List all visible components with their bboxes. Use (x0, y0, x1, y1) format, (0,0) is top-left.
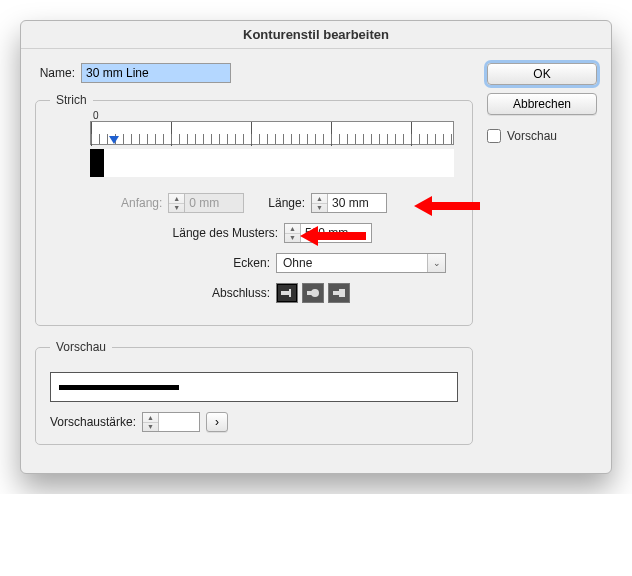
ecken-label: Ecken: (130, 256, 270, 270)
ok-button[interactable]: OK (487, 63, 597, 85)
ecken-select[interactable]: Ohne ⌄ (276, 253, 446, 273)
svg-rect-1 (289, 289, 291, 297)
dialog-title: Konturenstil bearbeiten (21, 21, 611, 49)
anfang-stepper: ▲▼ 0 mm (168, 193, 244, 213)
cap-butt-button[interactable] (276, 283, 298, 303)
stepper-icon[interactable]: ▲▼ (312, 194, 328, 212)
vorschau-fieldset: Vorschau Vorschaustärke: ▲▼ › (35, 340, 473, 445)
chevron-down-icon[interactable]: ⌄ (427, 254, 445, 272)
preview-box (50, 372, 458, 402)
abschluss-label: Abschluss: (130, 286, 270, 300)
vorschaustaerke-next-button[interactable]: › (206, 412, 228, 432)
stepper-icon[interactable]: ▲▼ (143, 413, 159, 431)
strich-legend: Strich (50, 93, 93, 107)
preview-dash (59, 385, 179, 390)
svg-rect-0 (281, 291, 289, 295)
cancel-button[interactable]: Abbrechen (487, 93, 597, 115)
dash-editor[interactable]: 0 (50, 121, 458, 181)
vorschaustaerke-stepper[interactable]: ▲▼ (142, 412, 200, 432)
ecken-value: Ohne (277, 254, 427, 272)
cap-round-button[interactable] (302, 283, 324, 303)
laenge-value[interactable]: 30 mm (328, 194, 386, 212)
vorschaustaerke-value[interactable] (159, 413, 199, 431)
anfang-label: Anfang: (121, 196, 162, 210)
ruler-zero-label: 0 (93, 110, 99, 121)
vorschau-checkbox-input[interactable] (487, 129, 501, 143)
vorschau-checkbox[interactable]: Vorschau (487, 129, 597, 143)
stepper-icon[interactable]: ▲▼ (285, 224, 301, 242)
anfang-value: 0 mm (185, 194, 243, 212)
ruler-cursor-icon[interactable] (109, 136, 119, 144)
name-label: Name: (35, 66, 75, 80)
musterlaenge-label: Länge des Musters: (138, 226, 278, 240)
vorschaustaerke-label: Vorschaustärke: (50, 415, 136, 429)
vorschau-checkbox-label: Vorschau (507, 129, 557, 143)
vorschau-legend: Vorschau (50, 340, 112, 354)
cap-projecting-button[interactable] (328, 283, 350, 303)
svg-rect-4 (333, 291, 340, 295)
svg-rect-5 (339, 289, 345, 297)
laenge-label: Länge: (268, 196, 305, 210)
musterlaenge-stepper[interactable]: ▲▼ 500 mm (284, 223, 372, 243)
name-input[interactable] (81, 63, 231, 83)
dialog: Konturenstil bearbeiten Name: Strich 0 (20, 20, 612, 474)
svg-point-3 (311, 289, 319, 297)
strich-fieldset: Strich 0 Anfang: ▲▼ (35, 93, 473, 326)
laenge-stepper[interactable]: ▲▼ 30 mm (311, 193, 387, 213)
musterlaenge-value[interactable]: 500 mm (301, 224, 371, 242)
stepper-icon: ▲▼ (169, 194, 185, 212)
